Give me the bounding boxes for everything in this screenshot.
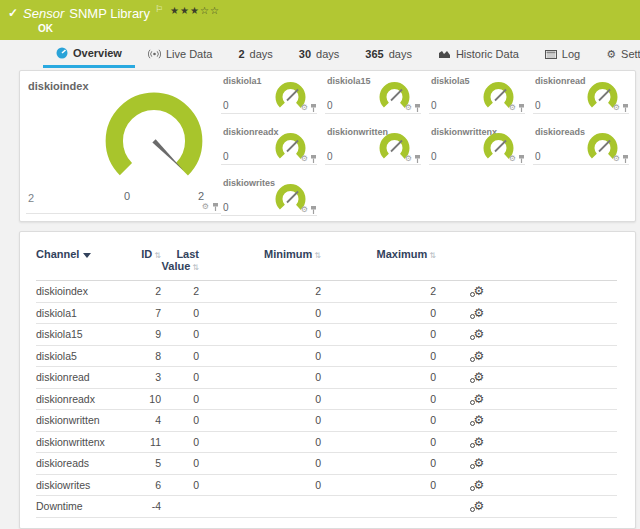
channel-row[interactable]: diskiola15 9 0 0 0 ⚙: [36, 324, 617, 346]
table-header-row: Channel ID⇅ Last Value⇅ Minimum⇅ Maximum…: [36, 246, 617, 281]
priority-stars[interactable]: ★★★☆☆: [170, 3, 220, 18]
channel-row[interactable]: diskioreads 5 0 0 0 ⚙: [36, 453, 617, 475]
pin-icon[interactable]: [622, 155, 629, 163]
tab-live-data[interactable]: Live Data: [135, 40, 225, 68]
stars-empty: ☆☆: [200, 5, 220, 16]
col-header-last-value[interactable]: Last Value⇅: [161, 246, 199, 281]
channel-minimum: 0: [199, 345, 321, 367]
channel-settings-icon[interactable]: ⚙: [474, 457, 485, 469]
channel-row[interactable]: diskiowrites 6 0 0 0 ⚙: [36, 474, 617, 496]
channel-settings-icon[interactable]: ⚙: [474, 371, 485, 383]
gauge-cell[interactable]: diskiola5 0 ⚙: [429, 76, 525, 114]
gauge-cell[interactable]: diskioreads 0 ⚙: [533, 127, 629, 165]
channel-name[interactable]: diskionread: [36, 367, 136, 389]
channel-last-value: [161, 496, 199, 518]
channel-minimum: 2: [199, 281, 321, 303]
channel-name[interactable]: diskionwrittenx: [36, 431, 136, 453]
gear-icon[interactable]: ⚙: [202, 203, 209, 211]
gear-icon[interactable]: ⚙: [405, 155, 412, 163]
channel-row[interactable]: diskionwritten 4 0 0 0 ⚙: [36, 410, 617, 432]
gauge-cell[interactable]: diskiowrites 0 ⚙: [221, 178, 317, 216]
gauge-needle: [599, 141, 610, 152]
channel-name[interactable]: diskiola15: [36, 324, 136, 346]
channel-id: -4: [136, 496, 161, 518]
gauge-title: diskiowrites: [223, 178, 275, 188]
channel-row[interactable]: Downtime -4 ⚙: [36, 496, 617, 518]
gauges-panel: diskioindex 0 2 2 ⚙ diskiola1 0 ⚙ diskio…: [19, 70, 636, 222]
channel-row[interactable]: diskiola5 8 0 0 0 ⚙: [36, 345, 617, 367]
pin-icon[interactable]: [310, 104, 317, 112]
gear-icon[interactable]: ⚙: [301, 104, 308, 112]
gauge-title: diskionreadx: [223, 127, 279, 137]
col-header-id[interactable]: ID⇅: [136, 246, 161, 281]
col-header-channel[interactable]: Channel: [36, 246, 136, 281]
channel-name[interactable]: diskiola5: [36, 345, 136, 367]
col-header-minimum[interactable]: Minimum⇅: [199, 246, 321, 281]
channel-name[interactable]: diskiowrites: [36, 474, 136, 496]
gauge-max-label: 2: [198, 190, 204, 202]
tab-365-days[interactable]: 365days: [352, 40, 425, 68]
channel-last-value: 0: [161, 410, 199, 432]
gauge-title: diskionread: [535, 76, 586, 86]
pin-icon[interactable]: [518, 104, 525, 112]
gear-icon[interactable]: ⚙: [301, 206, 308, 214]
tab-overview[interactable]: Overview: [43, 40, 135, 68]
gauge-cell[interactable]: diskionreadx 0 ⚙: [221, 127, 317, 165]
channel-row[interactable]: diskioindex 2 2 2 2 ⚙: [36, 281, 617, 303]
channel-minimum: [199, 496, 321, 518]
channel-settings-icon[interactable]: ⚙: [474, 479, 485, 491]
sensor-status-badge: OK: [38, 23, 630, 34]
pin-icon[interactable]: [310, 155, 317, 163]
gear-icon[interactable]: ⚙: [509, 104, 516, 112]
channel-settings-icon[interactable]: ⚙: [474, 414, 485, 426]
gauge-current-value: 0: [535, 100, 541, 111]
pin-icon[interactable]: [518, 155, 525, 163]
tab-historic-data[interactable]: Historic Data: [425, 40, 532, 68]
gear-icon[interactable]: ⚙: [301, 155, 308, 163]
pin-icon[interactable]: [310, 206, 317, 214]
col-header-maximum[interactable]: Maximum⇅: [321, 246, 436, 281]
channel-settings-icon[interactable]: ⚙: [474, 350, 485, 362]
channel-settings-icon[interactable]: ⚙: [474, 307, 485, 319]
channel-settings-icon[interactable]: ⚙: [474, 285, 485, 297]
channel-id: 10: [136, 388, 161, 410]
sensor-header: ✓ Sensor SNMP Library ⚐ ★★★☆☆ OK: [0, 0, 640, 40]
gauge-cell-diskioindex[interactable]: diskioindex 0 2 2 ⚙: [26, 76, 221, 214]
tab-settings[interactable]: ⚙ Settings: [593, 40, 640, 68]
channel-row[interactable]: diskionreadx 10 0 0 0 ⚙: [36, 388, 617, 410]
gear-icon[interactable]: ⚙: [613, 104, 620, 112]
channel-name[interactable]: Downtime: [36, 496, 136, 518]
gauge-needle: [287, 90, 298, 101]
channel-settings-icon[interactable]: ⚙: [474, 436, 485, 448]
channel-name[interactable]: diskioindex: [36, 281, 136, 303]
channel-name[interactable]: diskioreads: [36, 453, 136, 475]
tab-log[interactable]: Log: [532, 40, 593, 68]
channel-id: 8: [136, 345, 161, 367]
sort-desc-icon: [83, 253, 91, 258]
channel-row[interactable]: diskionwrittenx 11 0 0 0 ⚙: [36, 431, 617, 453]
channel-id: 9: [136, 324, 161, 346]
channel-name[interactable]: diskionwritten: [36, 410, 136, 432]
channel-settings-icon[interactable]: ⚙: [474, 328, 485, 340]
gear-icon[interactable]: ⚙: [405, 104, 412, 112]
channel-name[interactable]: diskionreadx: [36, 388, 136, 410]
gauge-cell[interactable]: diskionwritten 0 ⚙: [325, 127, 421, 165]
pin-icon[interactable]: [622, 104, 629, 112]
gauge-title: diskioindex: [28, 80, 89, 92]
tab-2-days[interactable]: 2days: [225, 40, 285, 68]
channel-row[interactable]: diskionread 3 0 0 0 ⚙: [36, 367, 617, 389]
gear-icon[interactable]: ⚙: [509, 155, 516, 163]
gauge-cell[interactable]: diskiola1 0 ⚙: [221, 76, 317, 114]
gear-icon[interactable]: ⚙: [613, 155, 620, 163]
pin-icon[interactable]: [414, 104, 421, 112]
gauge-cell[interactable]: diskiola15 0 ⚙: [325, 76, 421, 114]
tab-30-days[interactable]: 30days: [286, 40, 353, 68]
channel-row[interactable]: diskiola1 7 0 0 0 ⚙: [36, 302, 617, 324]
channel-name[interactable]: diskiola1: [36, 302, 136, 324]
channel-settings-icon[interactable]: ⚙: [474, 393, 485, 405]
pin-icon[interactable]: [414, 155, 421, 163]
pin-icon[interactable]: [212, 203, 219, 211]
channel-settings-icon[interactable]: ⚙: [474, 500, 485, 512]
gauge-cell[interactable]: diskionwrittenx 0 ⚙: [429, 127, 525, 165]
gauge-cell[interactable]: diskionread 0 ⚙: [533, 76, 629, 114]
